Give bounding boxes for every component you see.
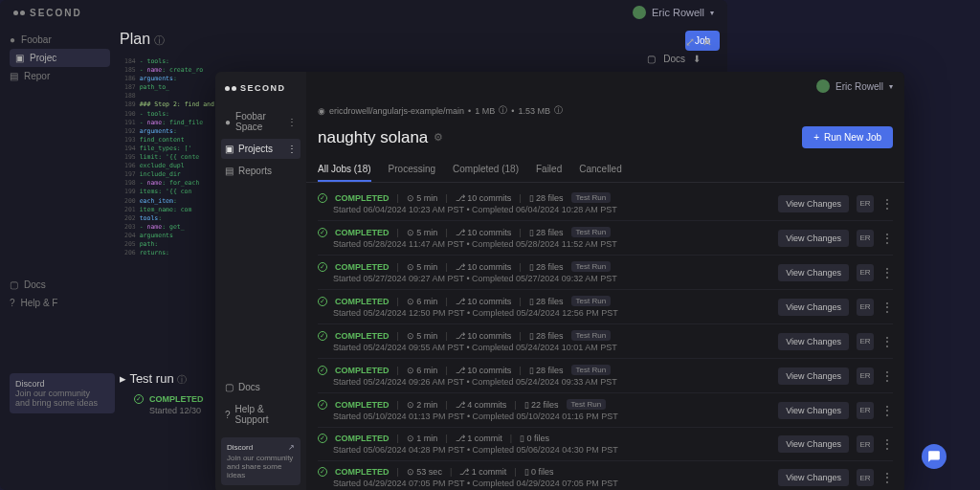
job-duration: ⊙ 1 min [407,434,438,443]
sidebar-item-docs[interactable]: ▢ Docs [221,377,301,397]
job-duration: ⊙ 2 min [407,400,438,410]
job-files: ▯ 28 files [529,193,564,203]
view-changes-button[interactable]: View Changes [778,299,849,316]
job-duration: ⊙ 5 min [407,193,438,203]
folder-icon: ▢ [647,54,656,64]
more-menu-icon[interactable]: ⋮ [881,301,893,314]
user-name: Eric Rowell [835,81,883,92]
job-commits: ⎇ 10 commits [456,297,512,306]
more-menu-icon[interactable]: ⋮ [881,369,893,383]
more-menu-icon[interactable]: ⋮ [881,404,893,417]
test-run-badge: Test Run [571,365,612,375]
more-menu-icon[interactable]: ⋮ [881,197,893,211]
test-run-badge: Test Run [571,296,612,306]
job-row: COMPLETED | ⊙ 53 sec | ⎇ 1 commit | ▯ 0 … [318,461,893,490]
download-icon[interactable]: ⬇ [693,54,701,64]
view-changes-button[interactable]: View Changes [778,469,849,486]
jobs-list: COMPLETED | ⊙ 5 min | ⎇ 10 commits | ▯ 2… [306,183,904,490]
sidebar-item-reports[interactable]: ▤ Reports [221,161,301,181]
job-files: ▯ 0 files [524,467,554,477]
job-commits: ⎇ 4 commits [456,400,507,410]
more-menu-icon[interactable]: ⋮ [881,471,893,484]
bg-sidebar-projects[interactable]: ▣ Projec [10,49,110,67]
job-duration: ⊙ 6 min [407,366,438,375]
more-menu-icon[interactable]: ⋮ [881,232,893,245]
user-initials-badge: ER [857,230,874,247]
job-timestamps: Started 05/06/2024 04:28 PM PST • Comple… [318,445,778,455]
view-changes-button[interactable]: View Changes [778,195,849,212]
job-files: ▯ 22 files [524,400,559,410]
tab-completed[interactable]: Completed (18) [453,158,519,182]
breadcrumb-path[interactable]: ericdrowell/angularjs-example/main [329,106,464,116]
user-initials-badge: ER [857,435,874,453]
user-menu[interactable]: Eric Rowell ▾ [816,79,893,93]
view-changes-button[interactable]: View Changes [778,264,849,281]
test-run-badge: Test Run [571,192,612,203]
job-row: COMPLETED | ⊙ 5 min | ⎇ 10 commits | ▯ 2… [318,187,893,221]
run-new-job-button[interactable]: + Run New Job [802,126,893,148]
avatar [816,79,830,93]
tab-cancelled[interactable]: Cancelled [579,158,621,182]
bg-logo-text: SECOND [30,8,82,18]
job-commits: ⎇ 1 commit [459,467,506,477]
bg-discord-card[interactable]: Discord Join our community and bring som… [10,373,115,413]
bg-sidebar-docs[interactable]: ▢ Docs [10,276,57,294]
check-icon [318,467,327,477]
project-title: naughty solana ⚙ [318,128,443,147]
job-commits: ⎇ 10 commits [456,366,512,375]
close-icon[interactable]: ✕ [702,35,712,49]
more-menu-icon[interactable]: ⋮ [881,335,893,348]
view-changes-button[interactable]: View Changes [778,333,849,350]
modal-window: SECOND ● Foobar Space ⋮ ▣ Projects ⋮ ▤ R… [215,72,904,490]
sidebar-item-help[interactable]: ? Help & Support [221,399,301,430]
tab-failed[interactable]: Failed [536,158,562,182]
github-icon: ◉ [318,106,325,116]
bg-logo: SECOND [13,8,82,18]
bg-user-menu[interactable]: Eric Rowell ▾ [633,6,714,19]
view-changes-button[interactable]: View Changes [778,435,849,453]
bg-plan-title: Plan ⓘ [120,31,165,48]
chat-widget-icon[interactable] [922,444,947,469]
job-status: COMPLETED [335,193,390,203]
job-row: COMPLETED | ⊙ 6 min | ⎇ 10 commits | ▯ 2… [318,359,893,393]
bg-sidebar-foobar[interactable]: ● Foobar [10,31,110,49]
bg-user-name: Eric Rowell [652,7,704,18]
user-initials-badge: ER [857,368,874,385]
gear-icon[interactable]: ⚙ [434,131,443,144]
bg-sidebar-reports[interactable]: ▤ Repor [10,67,110,85]
job-status: COMPLETED [335,297,390,306]
docs-link[interactable]: Docs [663,54,685,64]
check-icon [318,262,327,272]
sidebar-item-projects[interactable]: ▣ Projects ⋮ [221,139,301,159]
view-changes-button[interactable]: View Changes [778,402,849,419]
job-status: COMPLETED [335,331,390,341]
job-files: ▯ 28 files [529,331,564,341]
more-menu-icon[interactable]: ⋮ [881,437,893,451]
job-duration: ⊙ 5 min [407,262,438,272]
job-timestamps: Started 04/29/2024 07:05 PM PST • Comple… [318,479,778,488]
user-initials-badge: ER [857,264,874,281]
job-timestamps: Started 05/24/2024 09:55 AM PST • Comple… [318,343,778,352]
tabs: All Jobs (18) Processing Completed (18) … [306,158,904,183]
job-timestamps: Started 05/24/2024 12:50 PM PST • Comple… [318,308,778,318]
test-run-badge: Test Run [571,227,612,237]
sidebar-item-foobar[interactable]: ● Foobar Space ⋮ [221,106,301,137]
more-menu-icon[interactable]: ⋮ [881,266,893,279]
job-row: COMPLETED | ⊙ 1 min | ⎇ 1 commit | ▯ 0 f… [318,428,893,461]
user-initials-badge: ER [857,299,874,316]
user-initials-badge: ER [857,402,874,419]
view-changes-button[interactable]: View Changes [778,230,849,247]
discord-card[interactable]: Discord↗ Join our community and share so… [221,437,301,485]
job-status: COMPLETED [335,434,390,443]
job-status: COMPLETED [335,366,390,375]
user-initials-badge: ER [857,333,874,350]
expand-icon[interactable]: ⤢ [685,35,695,49]
bg-sidebar-help[interactable]: ? Help & F [10,294,57,312]
job-timestamps: Started 06/04/2024 10:23 AM PST • Comple… [318,205,778,214]
tab-all-jobs[interactable]: All Jobs (18) [318,158,371,182]
job-duration: ⊙ 5 min [407,228,438,237]
job-row: COMPLETED | ⊙ 6 min | ⎇ 10 commits | ▯ 2… [318,290,893,324]
test-run-badge: Test Run [567,399,607,410]
tab-processing[interactable]: Processing [389,158,435,182]
view-changes-button[interactable]: View Changes [778,368,849,385]
